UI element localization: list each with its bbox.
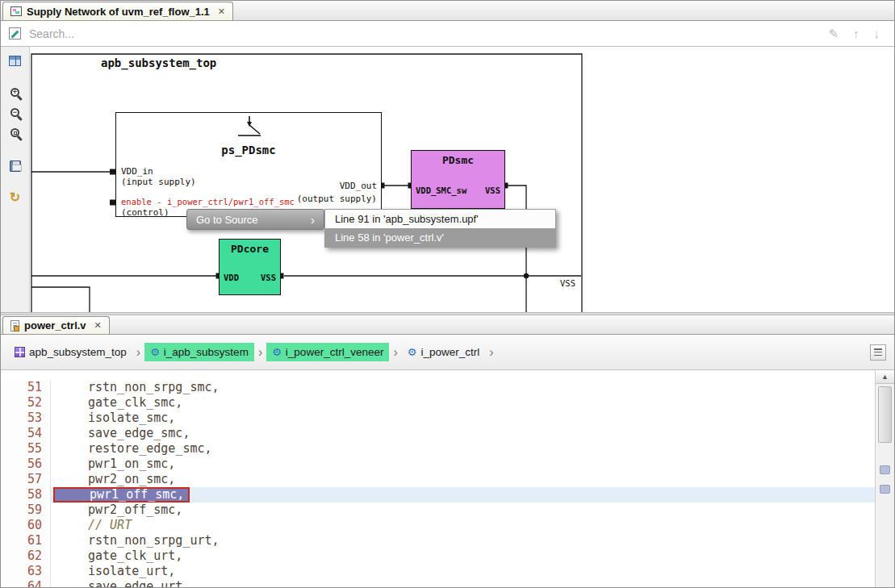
zoom-in-button[interactable]: +: [5, 82, 26, 102]
breadcrumb-item-i_power_ctrl[interactable]: ⚙i_power_ctrl: [402, 343, 485, 361]
line-number[interactable]: 60: [1, 518, 51, 533]
line-number[interactable]: 51: [1, 380, 51, 395]
code-line[interactable]: 62gate_clk_urt,: [1, 548, 875, 564]
supply-network-icon: [10, 6, 22, 16]
code-line[interactable]: 53isolate_smc,: [1, 411, 875, 426]
zoom-in-icon: +: [10, 88, 19, 97]
pdcore-port-left: VDD: [224, 273, 239, 282]
refresh-icon: ↻: [10, 190, 20, 205]
line-text: pwr1_on_smc,: [51, 457, 875, 472]
code-line[interactable]: 57pwr2_on_smc,: [1, 472, 875, 487]
line-number[interactable]: 59: [1, 503, 51, 518]
breadcrumb-label: i_power_ctrl: [420, 346, 479, 358]
line-number[interactable]: 61: [1, 533, 51, 548]
line-text: rstn_non_srpg_smc,: [51, 380, 875, 395]
code-line[interactable]: 63isolate_urt,: [1, 564, 875, 579]
breadcrumb-item-apb_subsystem_top[interactable]: apb_subsystem_top: [9, 343, 132, 361]
bottom-tabbar: power_ctrl.v ✕: [1, 315, 894, 335]
code-line[interactable]: 58pwr1_off_smc,: [1, 487, 875, 503]
zoom-out-button[interactable]: −: [5, 102, 26, 123]
switch-title: ps_PDsmc: [116, 144, 381, 156]
search-settings-icon[interactable]: [9, 27, 21, 40]
module-icon: [15, 347, 25, 357]
tab-title: Supply Network of uvm_ref_flow_1.1: [27, 6, 210, 18]
power-switch-box[interactable]: ps_PDsmc VDD_in (input supply) enable - …: [115, 112, 382, 217]
breadcrumb-bar: apb_subsystem_top›⚙i_apb_subsystem›⚙i_po…: [1, 335, 894, 370]
breadcrumb-item-i_apb_subsystem[interactable]: ⚙i_apb_subsystem: [144, 343, 254, 361]
line-number[interactable]: 57: [1, 472, 51, 487]
pdsmc-port-left: VDD_SMC_sw: [416, 186, 466, 195]
context-menu-go-to-source[interactable]: Go to Source ›: [186, 209, 324, 230]
line-number[interactable]: 63: [1, 564, 51, 579]
save-icon: [10, 161, 21, 172]
line-text: isolate_smc,: [51, 411, 875, 426]
menu-item[interactable]: Line 91 in 'apb_subsystem.upf': [325, 210, 555, 228]
line-text: rstn_non_srpg_urt,: [51, 533, 875, 548]
reload-button[interactable]: ↻: [5, 187, 26, 207]
breadcrumb-item-i_power_ctrl_veneer[interactable]: ⚙i_power_ctrl_veneer: [266, 343, 389, 361]
breadcrumb-toggle-button[interactable]: [870, 344, 886, 361]
code-line[interactable]: 56pwr1_on_smc,: [1, 457, 875, 472]
line-number[interactable]: 52: [1, 395, 51, 411]
vss-net-label: VSS: [546, 278, 575, 288]
line-number[interactable]: 64: [1, 579, 51, 588]
next-match-icon[interactable]: ↓: [874, 27, 880, 41]
zoom-fit-button[interactable]: [5, 123, 26, 143]
line-text: isolate_urt,: [51, 564, 875, 579]
scope-label: apb_subsystem_top: [101, 56, 216, 69]
vertical-scrollbar[interactable]: ▲: [875, 370, 894, 588]
line-text: restore_edge_smc,: [51, 441, 875, 457]
scrollbar-thumb[interactable]: [878, 386, 892, 443]
code-editor[interactable]: 51rstn_non_srpg_smc,52gate_clk_smc,53iso…: [1, 370, 894, 588]
overview-marker[interactable]: [880, 465, 890, 474]
prev-match-icon[interactable]: ↑: [853, 27, 859, 41]
selected-text: pwr1_off_smc,: [53, 487, 190, 503]
show-table-button[interactable]: [5, 51, 26, 71]
context-submenu: Line 91 in 'apb_subsystem.upf'Line 58 in…: [324, 209, 556, 248]
code-line[interactable]: 61rstn_non_srpg_urt,: [1, 533, 875, 548]
code-line[interactable]: 55restore_edge_smc,: [1, 441, 875, 457]
code-line[interactable]: 64save_edge_urt,: [1, 579, 875, 588]
close-icon[interactable]: ✕: [94, 320, 102, 331]
line-number[interactable]: 58: [1, 487, 51, 503]
port-control[interactable]: enable - i_power_ctrl/pwr1_off_smc: [121, 197, 295, 206]
line-number[interactable]: 54: [1, 426, 51, 441]
breadcrumb-label: apb_subsystem_top: [29, 346, 127, 358]
code-line[interactable]: 52gate_clk_smc,: [1, 395, 875, 411]
line-number[interactable]: 62: [1, 548, 51, 564]
line-text: gate_clk_smc,: [51, 395, 875, 411]
tab-supply-network[interactable]: Supply Network of uvm_ref_flow_1.1 ✕: [2, 2, 233, 20]
pdsmc-domain-box[interactable]: PDsmc VDD_SMC_sw VSS: [411, 150, 505, 209]
instance-icon: ⚙: [408, 347, 417, 357]
close-icon[interactable]: ✕: [218, 6, 225, 17]
code-line[interactable]: 59pwr2_off_smc,: [1, 503, 875, 518]
pdcore-port-right: VSS: [261, 273, 276, 282]
canvas-toolbar: + − ↻: [1, 47, 30, 312]
pdsmc-title: PDsmc: [412, 154, 504, 166]
pdsmc-port-right: VSS: [485, 186, 500, 195]
tab-power-ctrl-v[interactable]: power_ctrl.v ✕: [2, 316, 110, 334]
menu-item[interactable]: Line 58 in 'power_ctrl.v': [325, 228, 555, 247]
overview-marker[interactable]: [880, 485, 890, 494]
line-number[interactable]: 55: [1, 441, 51, 457]
schematic-canvas[interactable]: apb_subsystem_top ps_PDsmc: [30, 47, 894, 312]
chevron-right-icon: ›: [136, 345, 140, 360]
code-line[interactable]: 60// URT: [1, 518, 875, 533]
breadcrumb-label: i_power_ctrl_veneer: [286, 346, 384, 358]
line-number[interactable]: 53: [1, 411, 51, 426]
breadcrumb: apb_subsystem_top›⚙i_apb_subsystem›⚙i_po…: [9, 343, 870, 361]
scroll-up-icon[interactable]: ▲: [876, 370, 894, 384]
supply-network-view: Supply Network of uvm_ref_flow_1.1 ✕ ✎ ↑…: [1, 1, 894, 312]
breadcrumb-label: i_apb_subsystem: [164, 346, 249, 358]
line-number[interactable]: 56: [1, 457, 51, 472]
code-line[interactable]: 54save_edge_smc,: [1, 426, 875, 441]
zoom-out-icon: −: [10, 108, 19, 117]
search-input[interactable]: [29, 27, 820, 40]
chevron-right-icon: ›: [258, 345, 262, 360]
line-text: gate_clk_urt,: [51, 548, 875, 564]
save-button[interactable]: [5, 156, 26, 176]
pdcore-domain-box[interactable]: PDcore VDD VSS: [219, 239, 281, 295]
code-line[interactable]: 51rstn_non_srpg_smc,: [1, 380, 875, 395]
clear-search-icon[interactable]: ✎: [828, 27, 839, 41]
line-text: pwr1_off_smc,: [51, 487, 875, 503]
